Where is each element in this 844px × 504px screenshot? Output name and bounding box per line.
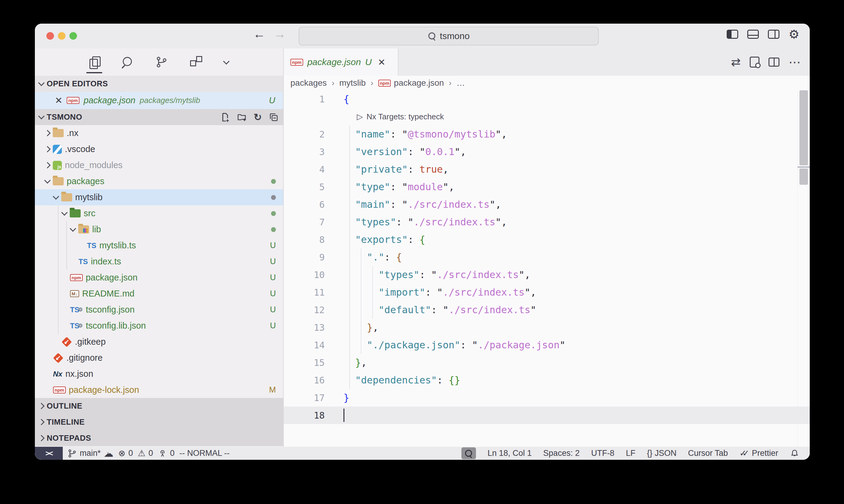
tree-row-package-lock-json[interactable]: npmpackage-lock.jsonM [35,382,283,398]
tree-row-node-modules[interactable]: jsnode_modules [35,157,283,173]
tree-row-readme-md[interactable]: M↓README.mdU [35,286,283,302]
title-bar: ← → tsmono ⚙ [35,24,810,49]
cloud-upload-icon[interactable]: ☁↑ [104,449,114,458]
split-editor-icon[interactable] [769,57,779,67]
line-number: 9 [284,252,344,263]
tree-row-tsconfig-json[interactable]: TS⚙tsconfig.jsonU [35,302,283,318]
chevron-down-icon [53,193,59,200]
zoom-tool-button[interactable] [461,447,476,459]
new-folder-icon[interactable] [237,112,247,122]
branch-icon [68,449,77,458]
search-editor-icon[interactable] [750,57,759,68]
open-editor-item[interactable]: ✕ npm package.json packages/mytslib U [35,92,283,109]
tree-row-package-json[interactable]: npmpackage.jsonU [35,270,283,286]
folder-src-icon [70,209,81,217]
tree-row-lib[interactable]: lib [35,221,283,237]
git-status-dot [271,179,276,184]
zoom-window-button[interactable] [69,32,77,40]
scrollbar-thumb[interactable] [799,90,808,165]
git-status-badge: U [269,95,275,105]
status-text-lf[interactable]: LF [626,449,635,458]
breadcrumbs: packages›mytslib›npmpackage.json›… [284,76,810,90]
chevron-right-icon [38,435,45,441]
tree-row-index-ts[interactable]: TSindex.tsU [35,253,283,270]
tab-dirty-badge: U [365,57,372,67]
more-actions-icon[interactable]: ⋯ [789,55,801,69]
status-text--json[interactable]: {} JSON [647,449,677,458]
layout-sidebar-right-icon[interactable] [768,30,779,39]
remote-indicator[interactable]: >< [35,447,63,460]
code-line-14: 14 "./package.json": "./package.json" [284,336,810,354]
section-label: TIMELINE [47,417,85,427]
status-text-cursor-tab[interactable]: Cursor Tab [688,449,728,458]
section-header-timeline[interactable]: TIMELINE [35,414,283,430]
source-control-icon[interactable] [154,53,169,71]
scrollbar-thumb[interactable] [799,168,808,185]
tree-row-packages[interactable]: packages [35,173,283,189]
breadcrumb-item[interactable]: mytslib [339,78,366,88]
layout-panel-icon[interactable] [747,30,759,39]
tab-package-json[interactable]: npm package.json U ✕ [284,49,398,76]
tree-item-label: nx.json [66,369,93,379]
folder-icon [53,177,64,185]
status-text--normal-[interactable]: -- NORMAL -- [179,449,229,458]
refresh-icon[interactable]: ↻ [254,112,262,122]
search-icon[interactable] [120,53,134,71]
tree-row-src[interactable]: src [35,205,283,221]
navigate-back-button[interactable]: ← [253,27,265,41]
extensions-icon[interactable] [189,53,203,71]
line-number: 1 [284,94,344,105]
close-window-button[interactable] [46,32,54,40]
tree-row-tsconfig-lib-json[interactable]: TS⚙tsconfig.lib.jsonU [35,318,283,334]
status-bell[interactable] [790,449,799,458]
breadcrumb-item[interactable]: … [457,78,465,88]
close-icon[interactable]: ✕ [55,95,63,106]
tree-row--gitignore[interactable]: .gitignore [35,350,283,366]
code-editor[interactable]: 1{▷Nx Targets: typecheck2 "name": "@tsmo… [284,90,810,447]
codelens-link[interactable]: ▷Nx Targets: typecheck [344,112,444,122]
status-prettier[interactable]: ✓✓Prettier [739,448,778,458]
explorer-section-header[interactable]: TSMONO ↻ [35,109,283,125]
status-error[interactable]: ⊗0 [118,449,133,458]
nx-file-icon: Nx [53,370,63,378]
settings-gear-icon[interactable]: ⚙ [789,30,799,39]
tree-row--gitkeep[interactable]: .gitkeep [35,334,283,350]
code-line-13: 13 }, [284,319,810,336]
tree-row-nx-json[interactable]: Nxnx.json [35,366,283,382]
status-text-utf-8[interactable]: UTF-8 [591,449,615,458]
status-text-ln-18-col-1[interactable]: Ln 18, Col 1 [487,449,532,458]
warning-icon: ⚠ [138,449,145,458]
status-warn[interactable]: ⚠0 [138,449,153,458]
git-file-icon [53,354,63,362]
status-text-spaces-2[interactable]: Spaces: 2 [543,449,580,458]
chevron-down-icon[interactable] [223,53,230,71]
tree-row--nx[interactable]: .nx [35,125,283,141]
minimize-window-button[interactable] [58,32,66,40]
explorer-files-icon[interactable] [88,53,100,71]
bell-icon[interactable] [790,449,799,458]
layout-sidebar-left-icon[interactable] [727,30,738,39]
tree-row--vscode[interactable]: .vscode [35,141,283,157]
section-header-outline[interactable]: OUTLINE [35,398,283,414]
navigate-forward-button[interactable]: → [274,27,286,41]
tree-item-label: .gitkeep [75,337,106,347]
tree-row-mytslib-ts[interactable]: TSmytslib.tsU [35,237,283,253]
command-center-search[interactable]: tsmono [299,26,599,46]
status-radio[interactable]: 0 [158,449,175,458]
text-cursor [344,409,344,422]
tab-bar: npm package.json U ✕ ⇄ ⋯ [284,49,810,76]
breadcrumb-item[interactable]: packages [290,78,327,88]
status-branch[interactable]: main*☁↑ [68,449,114,458]
status-label: Ln 18, Col 1 [487,449,532,458]
open-editors-header[interactable]: OPEN EDITORS [35,76,283,92]
folder-icon [61,193,72,201]
section-header-notepads[interactable]: NOTEPADS [35,430,283,446]
breadcrumb-item[interactable]: npmpackage.json [378,78,444,88]
folder-lib-icon [78,226,89,234]
collapse-all-icon[interactable] [269,112,279,122]
tree-row-mytslib[interactable]: mytslib [35,189,283,205]
tree-item-label: mytslib.ts [100,240,136,251]
tab-close-icon[interactable]: ✕ [378,57,385,68]
new-file-icon[interactable] [220,112,230,122]
open-changes-icon[interactable]: ⇄ [731,55,741,69]
